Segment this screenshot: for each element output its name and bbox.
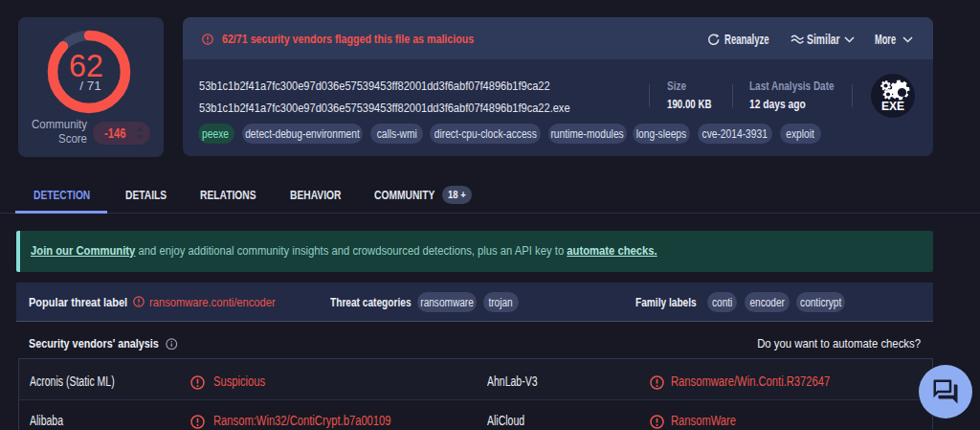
svg-text:EXE: EXE bbox=[881, 100, 904, 113]
